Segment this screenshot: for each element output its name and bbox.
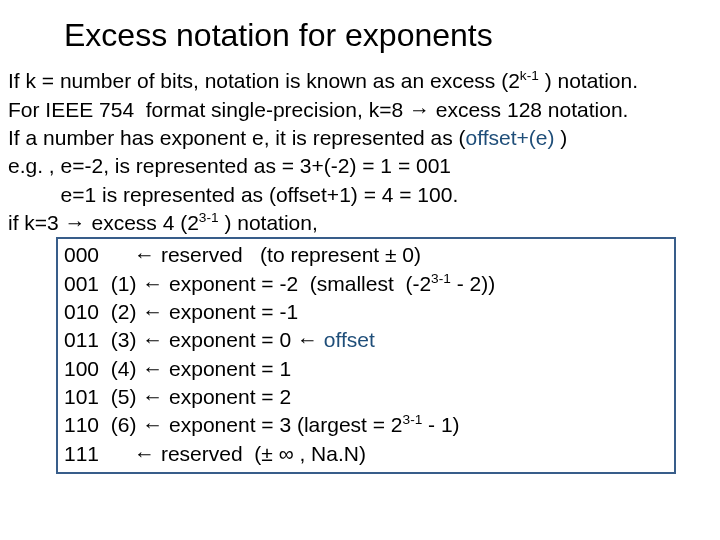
line-3a: If a number has exponent e, it is repres… (8, 126, 466, 149)
bits-cell: 010 (64, 300, 99, 323)
line-6-sup: 3-1 (199, 210, 219, 225)
dec-cell: (2) (99, 300, 142, 323)
line-1a: If k = number of bits, notation is known… (8, 69, 520, 92)
bits-cell: 101 (64, 385, 99, 408)
bits-cell: 110 (64, 413, 99, 436)
desc-cell-post: - 2)) (451, 272, 495, 295)
bits-cell: 100 (64, 357, 99, 380)
bits-cell: 000 (64, 243, 99, 266)
desc-cell: ← exponent = 2 (142, 385, 291, 408)
desc-cell: ← exponent = 1 (142, 357, 291, 380)
dec-cell (99, 243, 128, 266)
dec-cell (99, 442, 128, 465)
line-2: For IEEE 754 format single-precision, k=… (8, 98, 628, 121)
bits-cell: 111 (64, 442, 99, 465)
dec-cell: (1) (99, 272, 142, 295)
desc-sup: 3-1 (403, 412, 423, 427)
line-6a: if k=3 → excess 4 (2 (8, 211, 199, 234)
bits-cell: 011 (64, 328, 99, 351)
slide-title: Excess notation for exponents (8, 14, 712, 57)
line-4: e.g. , e=-2, is represented as = 3+(-2) … (8, 154, 451, 177)
table-row: 010 (2) ← exponent = -1 (64, 298, 668, 326)
line-3-offset: offset+(e) (466, 126, 555, 149)
desc-cell: ← exponent = -2 (smallest (-2 (142, 272, 431, 295)
desc-cell: ← reserved (± ∞ , Na.N) (128, 442, 366, 465)
body-text: If k = number of bits, notation is known… (8, 67, 712, 237)
table-row: 001 (1) ← exponent = -2 (smallest (-23-1… (64, 270, 668, 298)
table-row: 100 (4) ← exponent = 1 (64, 355, 668, 383)
desc-cell: ← exponent = -1 (142, 300, 298, 323)
dec-cell: (3) (99, 328, 142, 351)
desc-cell: ← exponent = 0 ← (142, 328, 324, 351)
desc-cell: ← exponent = 3 (largest = 2 (142, 413, 402, 436)
line-6b: ) notation, (219, 211, 318, 234)
line-3b: ) (555, 126, 568, 149)
table-row: 110 (6) ← exponent = 3 (largest = 23-1 -… (64, 411, 668, 439)
table-row: 111 ← reserved (± ∞ , Na.N) (64, 440, 668, 468)
desc-cell: ← reserved (to represent ± 0) (128, 243, 421, 266)
line-5: e=1 is represented as (offset+1) = 4 = 1… (8, 183, 458, 206)
exponent-table-box: 000 ← reserved (to represent ± 0) 001 (1… (56, 237, 676, 474)
line-1b: ) notation. (539, 69, 638, 92)
desc-sup: 3-1 (431, 271, 451, 286)
offset-label: offset (324, 328, 375, 351)
bits-cell: 001 (64, 272, 99, 295)
table-row: 011 (3) ← exponent = 0 ← offset (64, 326, 668, 354)
table-row: 101 (5) ← exponent = 2 (64, 383, 668, 411)
line-1-sup: k-1 (520, 68, 539, 83)
desc-cell-post: - 1) (422, 413, 459, 436)
dec-cell: (4) (99, 357, 142, 380)
dec-cell: (5) (99, 385, 142, 408)
table-row: 000 ← reserved (to represent ± 0) (64, 241, 668, 269)
dec-cell: (6) (99, 413, 142, 436)
